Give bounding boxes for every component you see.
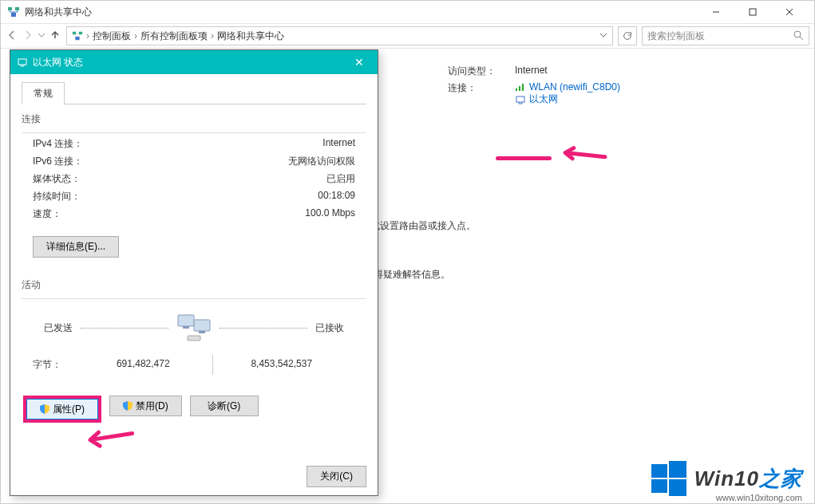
windows-logo-icon: [651, 461, 686, 496]
breadcrumb-item[interactable]: 控制面板: [93, 30, 131, 43]
properties-button[interactable]: 属性(P): [26, 399, 98, 419]
shield-icon: [123, 401, 133, 411]
diagnose-button[interactable]: 诊断(G): [190, 396, 259, 416]
sent-label: 已发送: [44, 321, 73, 335]
speed-label: 速度：: [33, 207, 305, 221]
shield-icon: [40, 404, 49, 414]
connections-label: 连接：: [448, 81, 496, 106]
access-type-label: 访问类型：: [448, 65, 496, 78]
annotation-underline: [496, 156, 552, 160]
svg-rect-16: [669, 461, 686, 478]
svg-rect-5: [79, 32, 82, 35]
nav-arrows: [6, 29, 61, 44]
svg-rect-18: [669, 479, 686, 496]
close-button[interactable]: [771, 1, 808, 23]
breadcrumb-icon: [72, 30, 83, 41]
ethernet-link[interactable]: 以太网: [515, 93, 620, 106]
bytes-received-value: 8,453,542,537: [220, 358, 345, 372]
dialog-tabs: 常规: [22, 82, 366, 104]
svg-rect-11: [194, 320, 210, 331]
recent-button[interactable]: [38, 30, 45, 41]
dialog-title: 以太网 状态: [33, 56, 347, 69]
forward-button[interactable]: [22, 29, 34, 44]
minimize-button[interactable]: [698, 1, 734, 23]
svg-rect-15: [651, 464, 667, 478]
disable-button[interactable]: 禁用(D): [109, 396, 182, 416]
window-controls: [698, 1, 808, 23]
parent-title: 网络和共享中心: [25, 6, 698, 19]
bytes-sent-value: 691,482,472: [81, 358, 206, 372]
svg-rect-9: [18, 59, 26, 65]
dialog-close-button[interactable]: ✕: [347, 50, 371, 74]
ethernet-icon: [17, 57, 28, 68]
media-state-value: 已启用: [326, 172, 355, 186]
svg-rect-10: [178, 315, 194, 326]
chevron-right-icon: ›: [211, 30, 214, 41]
search-placeholder: 搜索控制面板: [647, 30, 705, 43]
watermark: Win10之家: [651, 461, 802, 496]
close-button[interactable]: 关闭(C): [307, 466, 366, 487]
ipv4-value: Internet: [322, 137, 355, 151]
svg-rect-0: [8, 7, 12, 10]
annotation-highlight: 属性(P): [23, 396, 101, 423]
tab-general[interactable]: 常规: [22, 82, 65, 104]
svg-rect-1: [15, 7, 19, 10]
received-label: 已接收: [315, 321, 344, 335]
search-input[interactable]: 搜索控制面板: [642, 26, 809, 45]
svg-rect-4: [73, 32, 76, 35]
svg-rect-13: [199, 331, 205, 333]
chevron-right-icon: ›: [86, 30, 89, 41]
svg-rect-8: [516, 96, 524, 102]
annotation-arrow: [556, 133, 611, 179]
svg-rect-3: [750, 9, 756, 15]
up-button[interactable]: [49, 29, 61, 44]
network-info-panel: 访问类型： Internet 连接： WLAN (newifi_C8D0) 以太…: [448, 65, 620, 109]
ethernet-icon: [515, 95, 526, 104]
back-button[interactable]: [6, 29, 18, 44]
breadcrumb-item[interactable]: 网络和共享中心: [217, 30, 284, 43]
media-state-label: 媒体状态：: [33, 172, 326, 186]
maximize-button[interactable]: [734, 1, 771, 23]
breadcrumb[interactable]: › 控制面板 › 所有控制面板项 › 网络和共享中心: [66, 26, 613, 45]
svg-rect-12: [183, 326, 189, 329]
access-type-value: Internet: [515, 65, 548, 78]
svg-rect-14: [188, 336, 200, 341]
search-icon: [793, 30, 804, 43]
svg-rect-17: [651, 479, 667, 493]
chevron-right-icon: ›: [134, 30, 137, 41]
chevron-down-icon[interactable]: [599, 30, 607, 41]
details-button[interactable]: 详细信息(E)...: [33, 236, 119, 258]
ipv6-value: 无网络访问权限: [288, 155, 355, 168]
breadcrumb-item[interactable]: 所有控制面板项: [140, 30, 208, 43]
computers-icon: [176, 312, 212, 344]
refresh-button[interactable]: [618, 26, 637, 45]
dialog-titlebar[interactable]: 以太网 状态 ✕: [10, 50, 378, 74]
parent-titlebar: 网络和共享中心: [1, 1, 814, 23]
duration-label: 持续时间：: [33, 190, 318, 203]
address-bar: › 控制面板 › 所有控制面板项 › 网络和共享中心 搜索控制面板: [1, 23, 814, 49]
watermark-text: Win10之家: [694, 465, 802, 493]
wlan-link[interactable]: WLAN (newifi_C8D0): [515, 81, 620, 93]
signal-icon: [515, 82, 526, 92]
group-connection-label: 连接: [22, 112, 366, 126]
network-center-icon: [7, 6, 20, 18]
page-text-router: 或设置路由器或接入点。: [370, 219, 476, 233]
duration-value: 00:18:09: [318, 190, 355, 203]
ipv6-label: IPv6 连接：: [33, 155, 288, 168]
bytes-label: 字节：: [33, 358, 81, 372]
speed-value: 100.0 Mbps: [305, 207, 355, 221]
ipv4-label: IPv4 连接：: [33, 137, 322, 151]
ethernet-status-dialog: 以太网 状态 ✕ 常规 连接 IPv4 连接：Internet IPv6 连接：…: [10, 49, 378, 496]
watermark-url: www.win10xitong.com: [716, 493, 802, 502]
svg-rect-6: [75, 37, 79, 40]
svg-point-7: [794, 31, 801, 37]
group-activity-label: 活动: [22, 278, 366, 292]
